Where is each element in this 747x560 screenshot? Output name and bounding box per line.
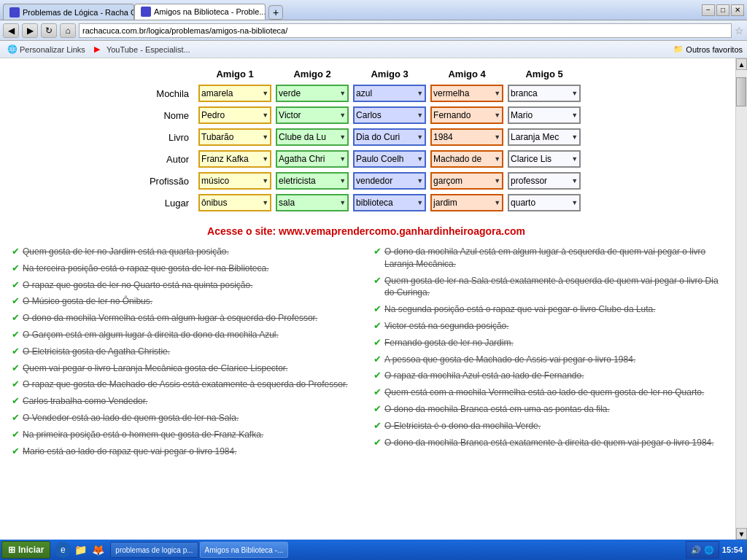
refresh-button[interactable]: ↻ bbox=[41, 23, 57, 38]
clue-text: O dono da mochila Branca está exatamente… bbox=[384, 437, 714, 449]
home-button[interactable]: ⌂ bbox=[60, 23, 76, 38]
tab-inactive[interactable]: Problemas de Lógica - Racha C... bbox=[3, 4, 134, 20]
cell-1-0: PedroVictorCarlosFernandoMario bbox=[196, 104, 274, 126]
clue-text: Quem gosta de ler no Jardim está na quar… bbox=[23, 246, 229, 258]
select-4-3[interactable]: músicoeletricistavendedorgarçomprofessor bbox=[430, 172, 503, 190]
cell-5-4: ônibussalabibliotecajardimquarto bbox=[506, 192, 583, 214]
check-icon: ✔ bbox=[374, 403, 382, 414]
clue-text: O Músico gosta de ler no Ônibus. bbox=[23, 295, 152, 308]
cell-0-2: amarelaverdeazulvermelhabranca bbox=[351, 82, 428, 104]
clue-text: Fernando gosta de ler no Jardim. bbox=[384, 337, 514, 349]
tab-favicon-2 bbox=[141, 7, 151, 17]
select-5-1[interactable]: ônibussalabibliotecajardimquarto bbox=[276, 194, 349, 211]
page-wrapper: Amigo 1 Amigo 2 Amigo 3 Amigo 4 Amigo 5 … bbox=[0, 58, 747, 540]
select-2-1[interactable]: TubarãoClube da LuDia do Curi1984Laranja… bbox=[276, 128, 349, 146]
select-3-3[interactable]: Franz KafkaAgatha ChriPaulo CoelhMachado… bbox=[430, 150, 503, 168]
select-5-2[interactable]: ônibussalabibliotecajardimquarto bbox=[353, 194, 426, 211]
select-4-4[interactable]: músicoeletricistavendedorgarçomprofessor bbox=[508, 172, 581, 190]
close-button[interactable]: ✕ bbox=[731, 4, 744, 16]
select-1-2[interactable]: PedroVictorCarlosFernandoMario bbox=[353, 106, 426, 124]
select-3-1[interactable]: Franz KafkaAgatha ChriPaulo CoelhMachado… bbox=[276, 150, 349, 168]
select-1-0[interactable]: PedroVictorCarlosFernandoMario bbox=[198, 106, 271, 124]
cell-2-0: TubarãoClube da LuDia do Curi1984Laranja… bbox=[196, 126, 274, 148]
address-input[interactable] bbox=[79, 23, 732, 38]
clue-left-6: ✔O Eletricista gosta de Agatha Christie. bbox=[12, 346, 359, 358]
cell-5-1: ônibussalabibliotecajardimquarto bbox=[274, 192, 351, 214]
col-header-4: Amigo 4 bbox=[428, 66, 506, 82]
minimize-button[interactable]: − bbox=[702, 4, 715, 16]
row-label-4: Profissão bbox=[150, 170, 196, 192]
new-tab-button[interactable]: + bbox=[268, 5, 283, 20]
clue-text: O dono da mochila Azul está em algum lug… bbox=[384, 246, 721, 271]
clue-text: O rapaz da mochila Azul está ao lado de … bbox=[384, 370, 584, 382]
cell-5-3: ônibussalabibliotecajardimquarto bbox=[428, 192, 506, 214]
select-5-4[interactable]: ônibussalabibliotecajardimquarto bbox=[508, 194, 581, 211]
star-icon[interactable]: ☆ bbox=[735, 25, 744, 36]
select-0-3[interactable]: amarelaverdeazulvermelhabranca bbox=[430, 85, 503, 102]
others-favorites[interactable]: 📁 Outros favoritos bbox=[673, 44, 743, 54]
clue-text: O Garçom está em algum lugar à direita d… bbox=[23, 329, 279, 341]
clue-text: Na primeira posição está o homem que gos… bbox=[23, 429, 263, 441]
scroll-track bbox=[736, 70, 747, 528]
bookmark-youtube[interactable]: ▶ YouTube - Especialist... bbox=[91, 43, 193, 56]
select-2-4[interactable]: TubarãoClube da LuDia do Curi1984Laranja… bbox=[508, 128, 581, 146]
maximize-button[interactable]: □ bbox=[716, 4, 729, 16]
check-icon: ✔ bbox=[374, 420, 382, 431]
row-label-5: Lugar bbox=[150, 192, 196, 214]
select-4-1[interactable]: músicoeletricistavendedorgarçomprofessor bbox=[276, 172, 349, 190]
check-icon: ✔ bbox=[374, 337, 382, 348]
select-2-2[interactable]: TubarãoClube da LuDia do Curi1984Laranja… bbox=[353, 128, 426, 146]
clues-left: ✔Quem gosta de ler no Jardim está na qua… bbox=[12, 246, 359, 462]
select-0-1[interactable]: amarelaverdeazulvermelhabranca bbox=[276, 85, 349, 102]
check-icon: ✔ bbox=[12, 346, 20, 357]
col-header-2: Amigo 2 bbox=[274, 66, 351, 82]
check-icon: ✔ bbox=[12, 378, 20, 389]
scrollbar[interactable]: ▲ ▼ bbox=[735, 58, 747, 540]
scroll-up-arrow[interactable]: ▲ bbox=[736, 58, 747, 70]
select-0-0[interactable]: amarelaverdeazulvermelhabranca bbox=[198, 85, 271, 102]
address-bar: ◀ ▶ ↻ ⌂ ☆ bbox=[0, 20, 747, 41]
select-1-4[interactable]: PedroVictorCarlosFernandoMario bbox=[508, 106, 581, 124]
select-4-2[interactable]: músicoeletricistavendedorgarçomprofessor bbox=[353, 172, 426, 190]
check-icon: ✔ bbox=[12, 279, 20, 290]
promo-text: Acesse o site: www.vemaprendercomo.ganha… bbox=[12, 225, 721, 237]
cell-1-3: PedroVictorCarlosFernandoMario bbox=[428, 104, 506, 126]
select-2-0[interactable]: TubarãoClube da LuDia do Curi1984Laranja… bbox=[198, 128, 271, 146]
clue-text: O Eletricista gosta de Agatha Christie. bbox=[23, 346, 170, 358]
select-1-1[interactable]: PedroVictorCarlosFernandoMario bbox=[276, 106, 349, 124]
cell-4-4: músicoeletricistavendedorgarçomprofessor bbox=[506, 170, 583, 192]
check-icon: ✔ bbox=[374, 386, 382, 397]
clue-right-9: ✔O Eletricista é o dono da mochila Verde… bbox=[374, 420, 721, 432]
check-icon: ✔ bbox=[12, 412, 20, 423]
clue-text: O rapaz que gosta de Machado de Assis es… bbox=[23, 378, 348, 391]
scroll-thumb[interactable] bbox=[736, 77, 746, 106]
tab-active[interactable]: Amigos na Biblioteca - Proble... bbox=[134, 4, 266, 20]
check-icon: ✔ bbox=[12, 295, 20, 306]
cell-5-0: ônibussalabibliotecajardimquarto bbox=[196, 192, 274, 214]
scroll-down-arrow[interactable]: ▼ bbox=[736, 528, 747, 540]
select-5-0[interactable]: ônibussalabibliotecajardimquarto bbox=[198, 194, 271, 211]
select-0-4[interactable]: amarelaverdeazulvermelhabranca bbox=[508, 85, 581, 102]
forward-button[interactable]: ▶ bbox=[22, 23, 38, 38]
clue-left-9: ✔Carlos trabalha como Vendedor. bbox=[12, 395, 359, 408]
cell-3-0: Franz KafkaAgatha ChriPaulo CoelhMachado… bbox=[196, 148, 274, 170]
cell-5-2: ônibussalabibliotecajardimquarto bbox=[351, 192, 428, 214]
select-3-0[interactable]: Franz KafkaAgatha ChriPaulo CoelhMachado… bbox=[198, 150, 271, 168]
bookmark-personalize[interactable]: 🌐 Personalizar Links bbox=[4, 43, 88, 56]
select-4-0[interactable]: músicoeletricistavendedorgarçomprofessor bbox=[198, 172, 271, 190]
clue-text: Quem gosta de ler na Sala está exatament… bbox=[384, 275, 721, 300]
cell-2-1: TubarãoClube da LuDia do Curi1984Laranja… bbox=[274, 126, 351, 148]
clue-left-1: ✔Na terceira posição está o rapaz que go… bbox=[12, 262, 359, 275]
select-1-3[interactable]: PedroVictorCarlosFernandoMario bbox=[430, 106, 503, 124]
select-3-2[interactable]: Franz KafkaAgatha ChriPaulo CoelhMachado… bbox=[353, 150, 426, 168]
clue-text: O Eletricista é o dono da mochila Verde. bbox=[384, 420, 541, 432]
select-2-3[interactable]: TubarãoClube da LuDia do Curi1984Laranja… bbox=[430, 128, 503, 146]
check-icon: ✔ bbox=[374, 370, 382, 381]
browser-titlebar: Problemas de Lógica - Racha C... Amigos … bbox=[0, 0, 747, 20]
clue-left-2: ✔O rapaz que gosta de ler no Quarto está… bbox=[12, 279, 359, 292]
col-header-5: Amigo 5 bbox=[506, 66, 583, 82]
select-3-4[interactable]: Franz KafkaAgatha ChriPaulo CoelhMachado… bbox=[508, 150, 581, 168]
select-0-2[interactable]: amarelaverdeazulvermelhabranca bbox=[353, 85, 426, 102]
back-button[interactable]: ◀ bbox=[3, 23, 19, 38]
select-5-3[interactable]: ônibussalabibliotecajardimquarto bbox=[430, 194, 503, 211]
